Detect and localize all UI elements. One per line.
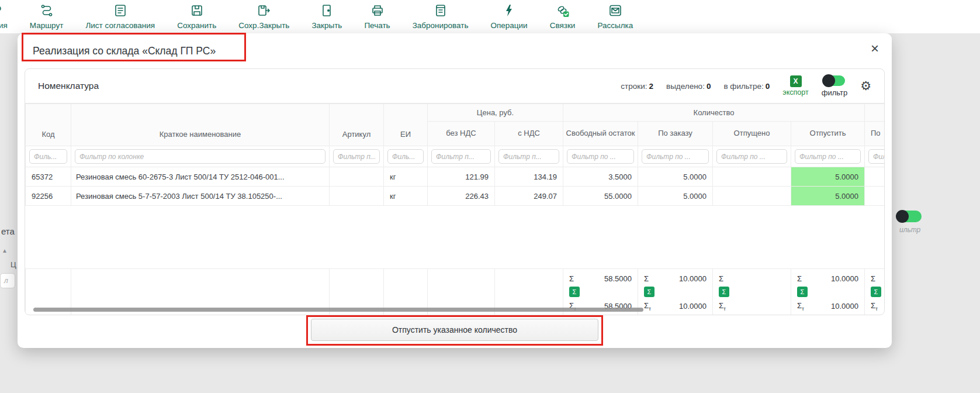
toolbar-reserve[interactable]: Забронировать (413, 4, 469, 30)
sum-filtered-button[interactable]: Σ (719, 287, 729, 297)
sum-icon: Σ (644, 274, 649, 283)
sum-filtered-value: 10.0000 (679, 302, 707, 311)
toolbar-label: Сохр.Закрыть (238, 21, 289, 30)
release-quantity-button[interactable]: Отпустить указанное количество (311, 319, 598, 341)
panel-header: Номенклатура строки:2 выделено:0 в фильт… (25, 69, 884, 103)
background-column-fragment: Ц (11, 260, 16, 269)
toolbar-label: Сохранить (177, 21, 216, 30)
column-header-price-vat[interactable]: с НДС (495, 122, 563, 146)
cell-released (713, 167, 791, 187)
table-row[interactable]: 65372 Резиновая смесь 60-2675-3 Лист 500… (26, 167, 885, 187)
toolbar-save-close[interactable]: Сохр.Закрыть (238, 4, 289, 30)
column-header-released[interactable]: Отпущено (713, 122, 791, 146)
sum-value: 10.0000 (679, 274, 707, 283)
attachment-icon (0, 4, 3, 19)
mail-icon (608, 4, 622, 19)
sum-filtered-value: 10.0000 (831, 302, 858, 311)
toolbar-label: Маршрут (30, 21, 64, 30)
background-right-fragment: ильтр (898, 206, 980, 253)
column-header-ordered[interactable]: По заказу (638, 122, 713, 146)
nomenclature-table: Код Краткое наименование Артикул ЕИ Цена… (25, 104, 884, 315)
panel-title: Номенклатура (38, 81, 99, 91)
column-header-code[interactable]: Код (26, 104, 71, 146)
toolbar-label: Операции (491, 21, 528, 30)
cell-price-vat: 134.19 (495, 167, 563, 187)
filtered-count: в фильтре:0 (723, 82, 770, 91)
modal-title: Реализация со склада «Склад ГП РС» (33, 45, 216, 57)
sum-icon: Σ (871, 274, 875, 283)
horizontal-scrollbar[interactable] (33, 308, 643, 312)
close-icon[interactable]: × (871, 42, 879, 56)
links-icon (556, 4, 570, 19)
gear-icon[interactable]: ⚙ (860, 79, 871, 93)
cell-ordered: 5.0000 (638, 187, 713, 206)
approval-sheet-icon (113, 4, 127, 19)
background-left-fragment: ета ▲ Ц л (0, 191, 18, 343)
toolbar-attachments[interactable]: жения (0, 4, 8, 30)
selected-count: выделено:0 (666, 82, 711, 91)
column-header-cutoff[interactable]: По (865, 122, 885, 146)
filter-input-to-release[interactable] (795, 149, 861, 164)
toolbar-close-doc[interactable]: Закрыть (311, 4, 342, 30)
filter-input-cutoff[interactable] (868, 149, 884, 164)
sum-filtered-button[interactable]: Σ (797, 287, 808, 297)
cell-article (330, 187, 384, 206)
column-header-price-no-vat[interactable]: без НДС (428, 122, 495, 146)
cell-to-release-editable[interactable]: 5.0000 (791, 167, 865, 187)
toolbar-links[interactable]: Связки (550, 4, 576, 30)
rows-count: строки:2 (621, 82, 653, 91)
totals-to-release: Σ10.0000 Σ Σт10.0000 (791, 269, 865, 315)
table-row[interactable]: 92256 Резиновая смесь 5-7-57-2003 Лист 5… (26, 187, 885, 206)
background-filter-toggle (898, 211, 922, 222)
cell-ordered: 5.0000 (638, 167, 713, 187)
filter-input-code[interactable] (29, 149, 67, 164)
toolbar-route[interactable]: Маршрут (30, 4, 64, 30)
toolbar-label: Рассылка (597, 21, 633, 30)
reserve-icon (434, 4, 448, 19)
sum-filtered-button[interactable]: Σ (569, 287, 580, 297)
toggle-knob (822, 74, 835, 87)
column-header-article[interactable]: Артикул (330, 104, 384, 146)
sum-icon: Σ (719, 274, 723, 283)
sum-filtered-icon: Σт (797, 301, 804, 312)
sum-icon: Σ (797, 274, 802, 283)
cell-price-vat: 249.07 (495, 187, 563, 206)
filter-toggle[interactable]: фильтр (822, 75, 847, 97)
filter-input-name[interactable] (75, 149, 325, 164)
filter-input-unit[interactable] (387, 149, 424, 164)
filter-input-released[interactable] (716, 149, 787, 164)
filter-input-price-no-vat[interactable] (431, 149, 491, 164)
background-filter-label-fragment: ильтр (899, 226, 920, 234)
filter-input-price-vat[interactable] (498, 149, 559, 164)
sum-value: 58.5000 (604, 274, 632, 283)
table-empty-space (26, 206, 885, 269)
print-icon (370, 4, 385, 19)
toolbar-label: Связки (550, 21, 576, 30)
sort-arrow-icon: ▲ (2, 247, 8, 254)
screen: жения Маршрут Лист согласования Сохранит… (0, 0, 980, 393)
group-header-price: Цена, руб. (428, 104, 563, 122)
filter-toggle-label: фильтр (822, 88, 847, 97)
sum-filtered-button[interactable]: Σ (644, 287, 655, 297)
toolbar-print[interactable]: Печать (364, 4, 390, 30)
toolbar-save[interactable]: Сохранить (177, 4, 216, 30)
sum-filtered-button[interactable]: Σ (871, 287, 881, 297)
column-header-name[interactable]: Краткое наименование (71, 104, 330, 146)
filter-input-ordered[interactable] (642, 149, 709, 164)
filter-input-article[interactable] (333, 149, 380, 164)
cell-unit: кг (384, 167, 428, 187)
column-header-to-release[interactable]: Отпустить (791, 122, 865, 146)
totals-released: Σ Σ Σт (713, 269, 791, 315)
cell-to-release-editable[interactable]: 5.0000 (791, 187, 865, 206)
column-header-free-stock[interactable]: Свободный остаток (563, 122, 638, 146)
cell-name: Резиновая смесь 60-2675-3 Лист 500/14 ТУ… (71, 167, 330, 187)
excel-export-button[interactable]: X экспорт (782, 75, 808, 96)
toolbar-label: жения (0, 21, 8, 30)
column-header-unit[interactable]: ЕИ (384, 104, 428, 146)
toolbar-operations[interactable]: Операции (491, 4, 528, 30)
filter-input-free-stock[interactable] (567, 149, 634, 164)
totals-ordered: Σ10.0000 Σ Σт10.0000 (638, 269, 713, 315)
toolbar-approval-sheet[interactable]: Лист согласования (85, 4, 155, 30)
toolbar-mailing[interactable]: Рассылка (597, 4, 633, 30)
cell-price-no-vat: 226.43 (428, 187, 495, 206)
